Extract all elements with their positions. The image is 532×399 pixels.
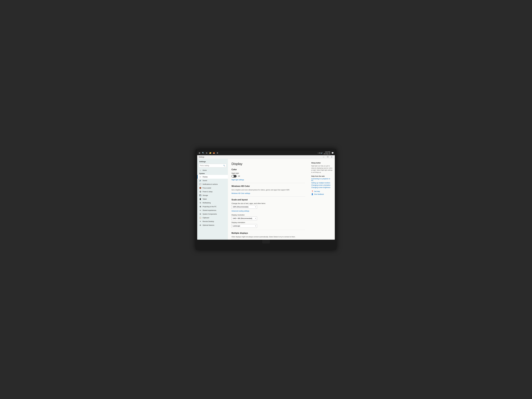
- sidebar-item-home[interactable]: ⌂ Home: [197, 168, 228, 172]
- minimize-button[interactable]: —: [322, 155, 326, 159]
- search-box[interactable]: 🔍: [199, 164, 226, 167]
- main-content: Display Color Night light Off Night ligh…: [228, 159, 309, 240]
- sidebar-label-tablet: Tablet: [203, 198, 207, 200]
- monitor-frame: ⊞ 🔍 ⧉ 📁 🦊 ⚙ ∧ 🖥 🔊 4:59 PM 23-Feb-24 💬 Se…: [196, 149, 336, 250]
- projecting-icon: 📽: [199, 206, 201, 208]
- sidebar-label-remote: Remote Desktop: [203, 221, 214, 222]
- window-titlebar: Settings — ❐ ✕: [197, 155, 335, 159]
- detect-button[interactable]: Detect: [231, 239, 239, 240]
- advanced-scaling-link[interactable]: Advanced scaling settings: [231, 210, 249, 212]
- orientation-label: Display orientation: [231, 222, 305, 223]
- color-section-title: Color: [231, 168, 305, 171]
- night-light-settings-link[interactable]: Night light settings: [231, 179, 244, 181]
- notifications-icon: 💬: [199, 183, 201, 185]
- multiple-displays-title: Multiple displays: [231, 232, 305, 234]
- night-light-toggle[interactable]: [231, 175, 237, 177]
- remote-icon: ✕: [199, 221, 201, 222]
- sidebar-item-power[interactable]: ⏻ Power & sleep: [197, 190, 228, 194]
- hd-color-desc: Get a brighter and more vibrant picture …: [231, 189, 305, 191]
- feedback-row[interactable]: 👤 Give feedback: [311, 193, 333, 195]
- resolution-dropdown[interactable]: 1440 × 900 (Recommended) ▾: [231, 217, 257, 220]
- sidebar-item-multitasking[interactable]: ⧉ Multitasking: [197, 201, 228, 205]
- hd-color-title: Windows HD Color: [231, 185, 305, 187]
- sidebar-label-focus: Focus assist: [203, 187, 211, 189]
- help-title: Help from the web: [311, 175, 333, 177]
- sidebar-item-focus[interactable]: 🔕 Focus assist: [197, 186, 228, 190]
- help-link-monitors[interactable]: Setting up multiple monitors: [311, 182, 333, 184]
- sidebar-item-remote[interactable]: ✕ Remote Desktop: [197, 220, 228, 223]
- sidebar-label-clipboard: Clipboard: [203, 217, 209, 219]
- search-input[interactable]: [200, 165, 223, 166]
- resolution-label: Display resolution: [231, 214, 305, 216]
- orientation-dropdown-arrow: ▾: [255, 225, 256, 227]
- sidebar-label-multitasking: Multitasking: [203, 202, 211, 204]
- get-help-icon: ❓: [311, 190, 313, 192]
- sidebar-label-storage: Storage: [203, 195, 208, 196]
- focus-icon: 🔕: [199, 187, 201, 189]
- sidebar-item-tablet[interactable]: 📱 Tablet: [197, 197, 228, 201]
- restore-button[interactable]: ❐: [326, 155, 330, 159]
- sound-icon: 🔊: [199, 180, 201, 182]
- search-box-icon: 🔍: [223, 165, 225, 166]
- taskbar-left: ⊞ 🔍 ⧉ 📁 🦊 ⚙: [198, 152, 317, 154]
- taskbar-time-text: 4:59 PM: [324, 151, 330, 153]
- window-body: Settings 🔍 ⌂ Home System ▭ Display: [197, 159, 335, 240]
- taskbar-date-text: 23-Feb-24: [324, 153, 330, 155]
- sidebar-label-optional: Optional features: [203, 224, 214, 226]
- taskbar: ⊞ 🔍 ⧉ 📁 🦊 ⚙ ∧ 🖥 🔊 4:59 PM 23-Feb-24 💬: [197, 151, 335, 155]
- taskbar-clock[interactable]: 4:59 PM 23-Feb-24: [324, 151, 330, 155]
- page-title: Display: [231, 162, 305, 166]
- sidebar-item-notifications[interactable]: 💬 Notifications & actions: [197, 182, 228, 186]
- sidebar-item-optional[interactable]: ⊞ Optional features: [197, 223, 228, 227]
- help-link-projector[interactable]: Connecting to a projector or PC: [311, 178, 333, 182]
- right-panel: Sleep better Night light can help you ge…: [309, 159, 335, 240]
- feedback-label: Give feedback: [314, 193, 324, 195]
- search-icon[interactable]: 🔍: [202, 152, 204, 154]
- system-label: System: [197, 172, 228, 175]
- taskbar-right: ∧ 🖥 🔊 4:59 PM 23-Feb-24 💬: [318, 151, 334, 155]
- tablet-icon: 📱: [199, 198, 201, 200]
- help-link-orientation[interactable]: Changing screen orientation: [311, 184, 333, 186]
- night-light-toggle-row: Off: [231, 175, 305, 177]
- scale-dropdown[interactable]: 100% (Recommended) ▾: [231, 205, 257, 209]
- sidebar-item-shared[interactable]: ⇔ Shared experiences: [197, 209, 228, 212]
- sidebar-item-display[interactable]: ▭ Display: [197, 175, 228, 179]
- get-help-row[interactable]: ❓ Get help: [311, 190, 333, 192]
- sidebar-item-projecting[interactable]: 📽 Projecting to this PC: [197, 205, 228, 209]
- system-tray-icons: ∧ 🖥 🔊: [318, 152, 323, 154]
- start-icon[interactable]: ⊞: [198, 152, 201, 154]
- divider-1: [231, 183, 305, 183]
- sidebar: Settings 🔍 ⌂ Home System ▭ Display: [197, 159, 228, 240]
- sidebar-item-sound[interactable]: 🔊 Sound: [197, 179, 228, 182]
- sidebar-label-notifications: Notifications & actions: [203, 184, 218, 185]
- settings-icon[interactable]: ⚙: [216, 152, 219, 154]
- notification-icon[interactable]: 💬: [331, 152, 334, 154]
- components-icon: ⊞: [199, 213, 201, 215]
- sidebar-label-home: Home: [203, 170, 207, 171]
- sidebar-label-shared: Shared experiences: [203, 209, 216, 211]
- help-link-brightness[interactable]: Changing screen brightness: [311, 187, 333, 188]
- task-view-icon[interactable]: ⧉: [205, 152, 208, 154]
- sidebar-item-storage[interactable]: 💾 Storage: [197, 194, 228, 197]
- scale-section-title: Scale and layout: [231, 199, 305, 201]
- sidebar-label-projecting: Projecting to this PC: [203, 206, 216, 208]
- firefox-icon[interactable]: 🦊: [213, 152, 215, 154]
- sleep-desc: Night light can help you get to sleep by…: [311, 165, 333, 173]
- window-title: Settings: [198, 156, 322, 158]
- file-explorer-icon[interactable]: 📁: [209, 152, 211, 154]
- hd-color-link[interactable]: Windows HD Color settings: [231, 192, 250, 194]
- screen: ⊞ 🔍 ⧉ 📁 🦊 ⚙ ∧ 🖥 🔊 4:59 PM 23-Feb-24 💬 Se…: [197, 151, 335, 240]
- sidebar-label-sound: Sound: [203, 180, 207, 182]
- clipboard-icon: 📋: [199, 217, 201, 219]
- scale-value: 100% (Recommended): [233, 206, 248, 208]
- orientation-dropdown[interactable]: Landscape ▾: [231, 224, 257, 228]
- sidebar-item-clipboard[interactable]: 📋 Clipboard: [197, 216, 228, 220]
- night-light-label: Night light: [231, 172, 305, 174]
- close-button[interactable]: ✕: [330, 155, 334, 159]
- sidebar-item-components[interactable]: ⊞ System Components: [197, 212, 228, 216]
- resolution-value: 1440 × 900 (Recommended): [233, 217, 252, 219]
- orientation-value: Landscape: [233, 225, 240, 227]
- scale-dropdown-arrow: ▾: [255, 206, 256, 208]
- storage-icon: 💾: [199, 194, 201, 196]
- feedback-icon: 👤: [311, 193, 313, 195]
